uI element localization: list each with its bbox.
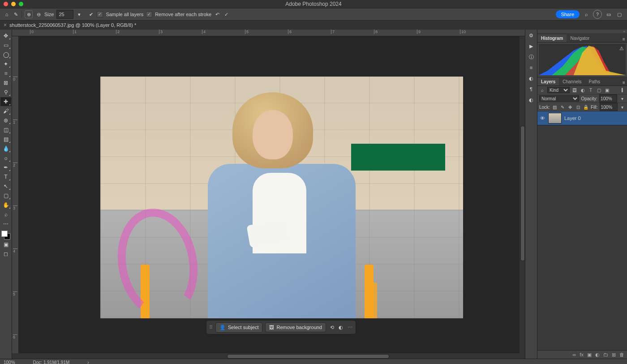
panel-menu-icon[interactable]: ≡: [621, 36, 627, 42]
link-layers-icon[interactable]: ∞: [573, 352, 576, 357]
adjustment-layer-icon[interactable]: ◐: [595, 352, 600, 358]
mask-icon[interactable]: ▣: [587, 352, 592, 358]
layer-filter-select[interactable]: Kind: [547, 87, 570, 93]
document-tab[interactable]: × shutterstock_2250060537.jpg @ 100% (La…: [0, 21, 140, 30]
screen-mode-icon[interactable]: ▢: [615, 10, 623, 18]
eraser-tool[interactable]: ◫: [0, 125, 11, 134]
histogram-warning-icon[interactable]: ⚠: [619, 46, 624, 51]
marquee-tool[interactable]: ▭: [0, 41, 11, 50]
edit-toolbar[interactable]: ⋯: [0, 219, 11, 228]
filter-smart-icon[interactable]: ▣: [604, 87, 610, 93]
search-icon[interactable]: ⌕: [582, 10, 590, 18]
brush-add-mode[interactable]: ⊕: [25, 10, 33, 18]
group-icon[interactable]: 🗀: [603, 352, 608, 357]
panel-menu-icon[interactable]: ≡: [621, 79, 627, 86]
layer-thumbnail[interactable]: [548, 113, 562, 124]
channels-tab[interactable]: Channels: [559, 78, 585, 86]
more-options-icon[interactable]: ⋯: [347, 324, 353, 330]
remove-background-button[interactable]: 🖼 Remove background: [265, 322, 326, 332]
lasso-tool[interactable]: ◯: [0, 50, 11, 59]
info-panel-icon[interactable]: ⓘ: [528, 54, 534, 60]
layers-tab[interactable]: Layers: [537, 78, 559, 86]
undo-stroke-icon[interactable]: ↶: [214, 11, 220, 17]
filter-shape-icon[interactable]: ▢: [596, 87, 602, 93]
doc-size[interactable]: Doc: 1,91M/1,91M: [33, 360, 70, 364]
sample-all-layers-checkbox[interactable]: ✓: [97, 11, 103, 17]
path-select-tool[interactable]: ↖: [0, 182, 11, 191]
wand-tool[interactable]: ✦: [0, 60, 11, 69]
hand-tool[interactable]: ✋: [0, 201, 11, 210]
pen-tool[interactable]: ✒: [0, 163, 11, 172]
commit-stroke-icon[interactable]: ✓: [223, 11, 229, 17]
workspace-switcher-icon[interactable]: ▭: [605, 10, 613, 18]
lock-transparency-icon[interactable]: ▨: [552, 104, 558, 110]
caret-icon[interactable]: ▾: [619, 104, 625, 110]
histogram-tab[interactable]: Histogram: [537, 34, 567, 42]
frame-tool[interactable]: ⊠: [0, 78, 11, 87]
properties-panel-icon[interactable]: ≡: [528, 64, 534, 71]
brush-tool[interactable]: 🖌: [0, 107, 11, 116]
close-window-button[interactable]: [4, 2, 8, 6]
size-caret-icon[interactable]: ▾: [76, 11, 82, 17]
current-tool-icon[interactable]: ✎: [13, 11, 19, 17]
help-icon[interactable]: ?: [593, 10, 602, 19]
zoom-tool[interactable]: ⌕: [0, 210, 11, 219]
adjust-icon[interactable]: ◐: [338, 324, 344, 330]
filter-text-icon[interactable]: T: [588, 87, 594, 93]
opacity-input[interactable]: [599, 94, 617, 103]
fx-icon[interactable]: fx: [580, 352, 584, 357]
stroke-settings-icon[interactable]: ✔: [88, 11, 94, 17]
layer-visibility-icon[interactable]: 👁: [539, 116, 545, 121]
settings-panel-icon[interactable]: ⚙: [528, 32, 534, 39]
status-chevron-icon[interactable]: ›: [87, 360, 89, 364]
layer-name[interactable]: Layer 0: [564, 116, 581, 121]
adjustments-panel-icon[interactable]: ◐: [528, 75, 534, 81]
filter-pixel-icon[interactable]: 🖼: [571, 87, 578, 93]
share-button[interactable]: Share: [556, 10, 580, 18]
quick-mask-toggle[interactable]: ▣: [0, 240, 11, 249]
filter-toggle-icon[interactable]: ⏽: [619, 87, 625, 93]
gradient-tool[interactable]: ▤: [0, 135, 11, 144]
paths-tab[interactable]: Paths: [585, 78, 604, 86]
screen-mode-tool[interactable]: ◻: [0, 249, 11, 258]
brush-subtract-mode[interactable]: ⊖: [35, 11, 42, 17]
blur-tool[interactable]: 💧: [0, 144, 11, 153]
home-button[interactable]: ⌂: [4, 11, 10, 17]
transform-icon[interactable]: ⟲: [329, 324, 335, 330]
type-tool[interactable]: T: [0, 172, 11, 181]
new-layer-icon[interactable]: ⊞: [612, 352, 616, 358]
caret-icon[interactable]: ▾: [619, 95, 625, 102]
actions-panel-icon[interactable]: ▶: [528, 43, 534, 49]
fill-input[interactable]: [600, 103, 618, 111]
remove-tool[interactable]: ✚: [0, 97, 11, 106]
select-subject-button[interactable]: 👤 Select subject: [215, 322, 262, 333]
foreground-background-colors[interactable]: [1, 231, 10, 240]
maximize-window-button[interactable]: [19, 2, 23, 6]
collapse-dock-icon[interactable]: »: [537, 30, 627, 33]
minimize-window-button[interactable]: [11, 2, 16, 6]
crop-tool[interactable]: ⌗: [0, 69, 11, 78]
layer-item[interactable]: 👁 Layer 0: [537, 111, 627, 125]
paragraph-panel-icon[interactable]: ¶: [528, 86, 534, 92]
brush-size-input[interactable]: [56, 10, 73, 19]
shape-tool[interactable]: ▢: [0, 191, 11, 200]
vertical-scrollbar[interactable]: [520, 36, 525, 353]
canvas-viewport[interactable]: ⠿ 👤 Select subject 🖼 Remove background ⟲…: [19, 36, 525, 353]
lock-position-icon[interactable]: ✥: [567, 104, 573, 110]
grip-icon[interactable]: ⠿: [209, 325, 213, 330]
lock-artboard-icon[interactable]: ⊡: [575, 104, 581, 110]
color-panel-icon[interactable]: ◐: [528, 97, 534, 103]
close-tab-icon[interactable]: ×: [4, 22, 7, 28]
eyedropper-tool[interactable]: ⚲: [0, 88, 11, 97]
horizontal-scrollbar[interactable]: [12, 353, 525, 359]
lock-pixels-icon[interactable]: ✎: [559, 104, 565, 110]
lock-all-icon[interactable]: 🔒: [583, 104, 589, 110]
blend-mode-select[interactable]: Normal: [539, 95, 579, 102]
move-tool[interactable]: ✥: [0, 31, 11, 40]
remove-after-stroke-checkbox[interactable]: ✓: [146, 11, 152, 17]
zoom-level[interactable]: 100%: [4, 360, 15, 364]
delete-layer-icon[interactable]: 🗑: [619, 352, 624, 357]
stamp-tool[interactable]: ⊛: [0, 116, 11, 125]
dodge-tool[interactable]: ☼: [0, 154, 11, 163]
navigator-tab[interactable]: Navigator: [567, 34, 593, 42]
